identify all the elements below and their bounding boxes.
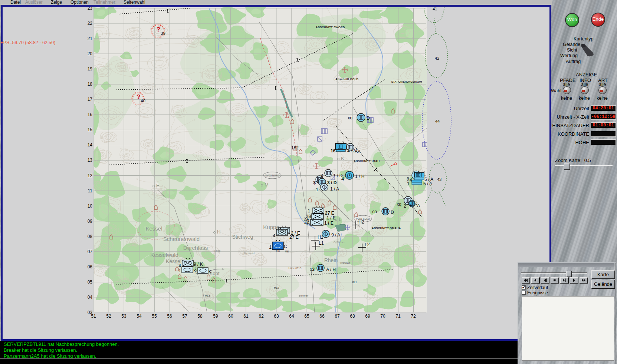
svg-text:11: 11 [88,188,93,193]
svg-text:55: 55 [152,314,157,319]
svg-text:1: 1 [178,268,181,273]
svg-text:A: A [358,149,361,154]
svg-text:4A: 4A [304,221,310,226]
svg-text:27 E: 27 E [325,211,334,216]
svg-text:09: 09 [88,219,93,224]
svg-text:16: 16 [88,112,93,117]
svg-text:2: 2 [196,271,197,275]
svg-text:44: 44 [435,119,440,123]
svg-text:8: 8 [407,176,409,182]
svg-text:40: 40 [141,99,145,103]
svg-text:68: 68 [350,314,355,319]
svg-text:21: 21 [88,36,93,41]
svg-text:19: 19 [88,66,93,72]
svg-text:Stichweg: Stichweg [232,234,253,240]
svg-text:1: 1 [269,245,272,250]
svg-text:42: 42 [435,56,439,60]
svg-text:15: 15 [88,127,93,132]
svg-text:4: 4 [178,263,181,268]
svg-text:M: M [265,182,269,188]
svg-text:D: D [391,210,394,215]
svg-text:51: 51 [91,314,96,319]
svg-text:17: 17 [88,97,93,102]
svg-text:57: 57 [182,314,187,319]
svg-text:43: 43 [437,177,442,182]
svg-text:12: 12 [88,173,93,178]
svg-text:D: D [367,116,370,121]
svg-text:ABSCHNITT UTAH: ABSCHNITT UTAH [354,159,380,163]
svg-text:A / H: A / H [326,267,336,272]
svg-text:L1: L1 [319,241,324,246]
svg-text:Enge: Enge [214,249,220,252]
svg-text:54: 54 [137,314,142,319]
svg-text:66: 66 [319,314,325,319]
svg-text:69: 69 [365,314,370,319]
svg-text:C: C [284,244,287,249]
svg-text:5 / A: 5 / A [423,181,432,186]
svg-text:71: 71 [396,314,401,319]
svg-text:4: 4 [341,176,344,182]
svg-text:59: 59 [213,314,218,319]
svg-text:65: 65 [304,314,309,319]
svg-text:04: 04 [88,295,93,300]
svg-text:XVD2 NORD: XVD2 NORD [265,174,279,177]
svg-text:63: 63 [274,314,279,319]
svg-text:41: 41 [433,7,437,11]
svg-text:13: 13 [88,158,93,163]
svg-text:1: 1 [308,208,310,214]
svg-text:Hü: Hü [276,249,280,253]
svg-text:?: ? [137,93,140,100]
svg-text:58: 58 [197,314,203,319]
svg-text:?: ? [157,26,160,33]
svg-text:4: 4 [273,233,275,238]
svg-text:Abschnitt GOLD: Abschnitt GOLD [335,77,358,81]
svg-text:67: 67 [335,314,340,319]
svg-text:STATIONIERUNGSRAUM: STATIONIERUNGSRAUM [391,80,422,83]
svg-text:64: 64 [289,314,294,319]
svg-text:10: 10 [88,203,93,209]
svg-text:VVD1 SUED: VVD1 SUED [356,218,370,220]
svg-text:Stichwald: Stichwald [243,252,255,255]
svg-text:08: 08 [88,234,93,239]
svg-text:O-Südoer: O-Südoer [334,241,345,244]
svg-text:13: 13 [310,267,315,272]
svg-text:14: 14 [88,142,93,148]
svg-text:2: 2 [404,203,406,209]
svg-text:62: 62 [259,314,264,319]
svg-text:06: 06 [88,264,93,269]
svg-text:K: K [209,269,211,274]
svg-text:ABSCHNITT OMAHA: ABSCHNITT OMAHA [372,226,401,230]
svg-text:52: 52 [106,314,111,319]
svg-text:L2: L2 [365,242,370,247]
svg-text:ME: ME [285,250,289,253]
svg-text:Rhein: Rhein [324,257,338,263]
svg-text:4: 4 [347,148,350,153]
svg-text:xq: xq [397,202,401,207]
svg-text:Kesselwald: Kesselwald [150,252,178,258]
svg-text:4: 4 [410,178,412,183]
svg-text:1 / E: 1 / E [326,215,336,221]
svg-text:61: 61 [243,314,249,319]
svg-text:A: A [355,149,358,154]
svg-text:Sommer: Sommer [299,294,309,297]
svg-text:A: A [417,203,420,208]
svg-text:9 / A: 9 / A [331,232,340,238]
svg-text:20: 20 [88,51,93,56]
svg-text:1 / H: 1 / H [355,174,364,179]
svg-text:3 / D: 3 / D [327,180,337,185]
svg-text:Höhe 081S: Höhe 081S [288,267,301,269]
svg-text:1 / A: 1 / A [330,186,339,192]
svg-text:xo: xo [348,115,352,120]
svg-text:07: 07 [88,249,93,254]
svg-text:53: 53 [121,314,127,319]
svg-text:L: L [339,216,341,222]
svg-text:1: 1 [407,181,410,186]
svg-text:ABSCHNITT SWORD: ABSCHNITT SWORD [315,26,345,29]
svg-text:ML2: ML2 [274,287,279,289]
svg-text:Kessel: Kessel [145,225,162,232]
svg-text:ML1: ML1 [352,281,357,284]
svg-text:23: 23 [88,7,93,11]
svg-text:co: co [372,209,377,214]
svg-text:$: $ [313,180,316,185]
svg-text:9 / K: 9 / K [194,262,203,267]
